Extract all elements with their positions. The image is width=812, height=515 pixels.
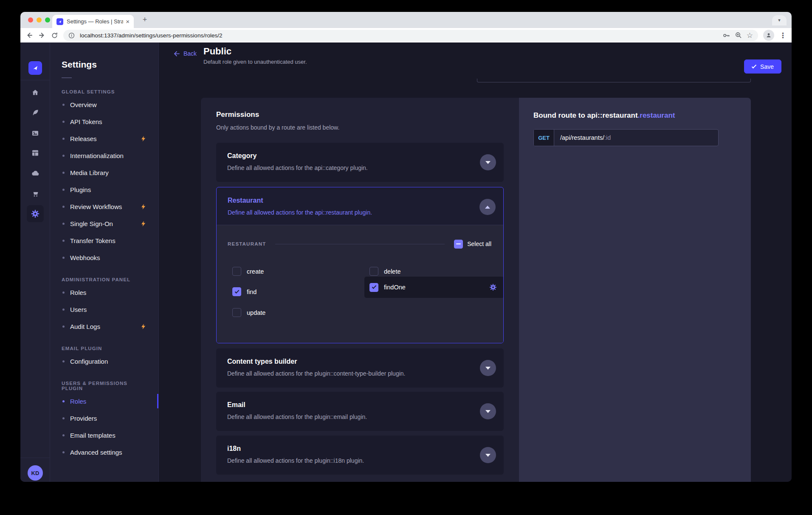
forward-nav-icon[interactable] [38,31,46,39]
site-info-icon[interactable] [68,32,75,39]
browser-profile-avatar[interactable] [763,30,774,41]
address-bar[interactable]: localhost:1337/admin/settings/users-perm… [63,30,758,41]
rail-divider [20,80,50,80]
cloud-deploy-icon[interactable] [20,169,50,178]
check-icon [372,284,376,289]
sidebar-item-internationalization[interactable]: Internationalization [62,147,148,164]
flash-icon [140,204,147,210]
sidebar-item-plugins[interactable]: Plugins [62,181,148,198]
bullet-icon [62,308,65,311]
scrolled-field-bottom-edge [477,79,751,82]
bullet-icon [62,189,65,191]
reload-icon[interactable] [51,32,58,39]
section-label-users-permissions-plugin: USERS & PERMISSIONS PLUGIN [62,381,148,391]
expand-toggle-button[interactable] [480,403,496,419]
expand-toggle-button[interactable] [480,360,496,376]
advanced-settings-cog-icon[interactable] [489,283,497,291]
subnav-title-rule [62,77,72,78]
subnav-title: Settings [62,59,148,70]
page-header: Back Public Default role given to unauth… [159,42,792,79]
create-checkbox[interactable] [232,267,241,276]
delete-checkbox[interactable] [369,267,378,276]
check-icon [234,289,239,294]
sidebar-item-configuration[interactable]: Configuration [62,353,148,370]
bullet-icon [62,172,65,174]
expand-toggle-button[interactable] [480,447,496,463]
browser-tab[interactable]: Settings — Roles | Strapi × [52,15,134,28]
page-title: Public [203,46,231,57]
content-manager-feather-icon[interactable] [20,108,50,117]
url-text: localhost:1337/admin/settings/users-perm… [80,32,718,39]
marketplace-cart-icon[interactable] [20,189,50,198]
bullet-icon [62,400,65,402]
strapi-logo[interactable] [28,61,42,75]
check-icon [752,63,756,68]
back-link[interactable]: Back [174,50,197,57]
accordion-i18n[interactable]: i18n Define all allowed actions for the … [216,436,504,475]
bullet-icon [62,104,65,106]
sidebar-item-api-tokens[interactable]: API Tokens [62,113,148,130]
sidebar-item-providers[interactable]: Providers [62,410,148,427]
sidebar-item-overview[interactable]: Overview [62,96,148,113]
tab-strip: Settings — Roles | Strapi × + ▾ [20,12,792,28]
tab-search-chevron-icon[interactable]: ▾ [772,15,787,25]
password-key-icon[interactable] [722,31,730,40]
accordion-restaurant[interactable]: Restaurant Define all allowed actions fo… [216,187,504,343]
bookmark-star-icon[interactable]: ☆ [747,31,753,40]
media-library-icon[interactable] [20,128,50,138]
sidebar-item-email-templates[interactable]: Email templates [62,427,148,444]
update-checkbox[interactable] [232,308,241,317]
sidebar-item-admin-roles[interactable]: Roles [62,284,148,301]
collapse-toggle-button[interactable] [479,199,496,215]
bullet-icon [62,121,65,123]
permissions-title: Permissions [216,110,259,119]
bullet-icon [62,257,65,259]
select-all-label[interactable]: Select all [467,241,491,247]
main-nav-rail: KD [20,42,50,482]
sidebar-item-media-library[interactable]: Media Library [62,164,148,181]
sidebar-item-single-sign-on[interactable]: Single Sign-On [62,215,148,232]
settings-subnav: Settings GLOBAL SETTINGS Overview API To… [50,42,159,482]
sidebar-item-webhooks[interactable]: Webhooks [62,249,148,266]
zoom-window-button[interactable] [45,17,50,23]
new-tab-button[interactable]: + [139,14,150,25]
home-icon[interactable] [20,88,50,97]
sidebar-item-audit-logs[interactable]: Audit Logs [62,318,148,335]
bullet-icon [62,360,65,362]
content-type-builder-icon[interactable] [20,148,50,158]
restaurant-group-row: RESTAURANT Select all [228,239,491,249]
bullet-icon [62,291,65,294]
accordion-category[interactable]: Category Define all allowed actions for … [216,143,504,182]
settings-gear-icon[interactable] [27,205,44,222]
back-nav-icon[interactable] [25,31,33,39]
expand-toggle-button[interactable] [480,154,496,170]
sidebar-item-review-workflows[interactable]: Review Workflows [62,198,148,215]
find-checkbox[interactable] [232,287,241,296]
role-content: Permissions Only actions bound by a rout… [201,98,751,482]
flash-icon [140,136,147,142]
save-button[interactable]: Save [744,59,781,74]
browser-menu-kebab-icon[interactable]: ⋮ [779,31,787,40]
minimize-window-button[interactable] [37,17,42,23]
permission-row-findone-selected[interactable]: findOne [364,277,504,298]
accordion-content-types-builder[interactable]: Content types builder Define all allowed… [216,348,504,388]
chevron-down-icon [485,454,491,457]
tab-close-icon[interactable]: × [126,18,130,25]
sidebar-item-users[interactable]: Users [62,301,148,318]
browser-toolbar: localhost:1337/admin/settings/users-perm… [20,28,792,42]
sidebar-item-advanced-settings[interactable]: Advanced settings [62,444,148,461]
sidebar-item-transfer-tokens[interactable]: Transfer Tokens [62,232,148,249]
findone-checkbox[interactable] [369,283,378,292]
user-avatar[interactable]: KD [28,465,43,481]
select-all-checkbox[interactable] [454,240,463,249]
back-arrow-icon [174,51,180,57]
page-subtitle: Default role given to unauthenticated us… [203,59,307,65]
sidebar-item-releases[interactable]: Releases [62,130,148,147]
accordion-email[interactable]: Email Define all allowed actions for the… [216,392,504,431]
route-display: GET /api/restaurants/:id [533,129,719,146]
browser-window: Settings — Roles | Strapi × + ▾ localhos… [20,12,792,482]
zoom-page-icon[interactable] [735,31,742,39]
close-window-button[interactable] [28,17,33,23]
sidebar-item-up-roles[interactable]: Roles [62,393,148,410]
permission-row-delete: delete [369,267,401,276]
